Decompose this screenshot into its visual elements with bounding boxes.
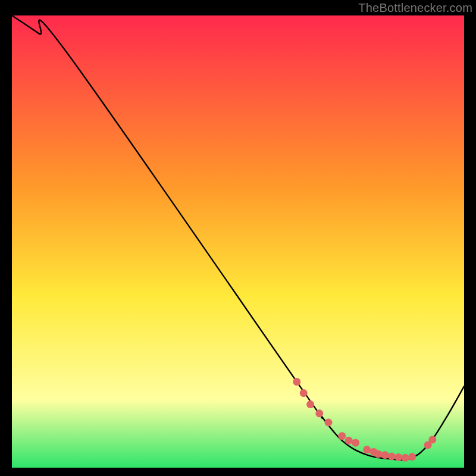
chart-svg: [12, 15, 464, 468]
curve-marker: [381, 451, 389, 459]
curve-marker: [300, 389, 308, 397]
curve-marker: [306, 400, 314, 408]
curve-marker: [428, 436, 436, 443]
curve-marker: [325, 419, 333, 427]
curve-marker: [388, 453, 396, 461]
curve-marker: [345, 437, 353, 444]
curve-marker: [338, 432, 346, 440]
curve-marker: [394, 453, 402, 461]
gradient-background: [12, 15, 464, 468]
chart-stage: TheBottlenecker.com: [0, 0, 476, 476]
curve-marker: [408, 453, 416, 461]
curve-marker: [363, 446, 371, 453]
chart-plot: [12, 15, 464, 468]
curve-marker: [402, 454, 409, 462]
attribution-text: TheBottlenecker.com: [358, 1, 472, 15]
curve-marker: [352, 439, 359, 447]
curve-marker: [315, 409, 323, 417]
curve-marker: [374, 450, 382, 458]
curve-marker: [293, 378, 300, 386]
